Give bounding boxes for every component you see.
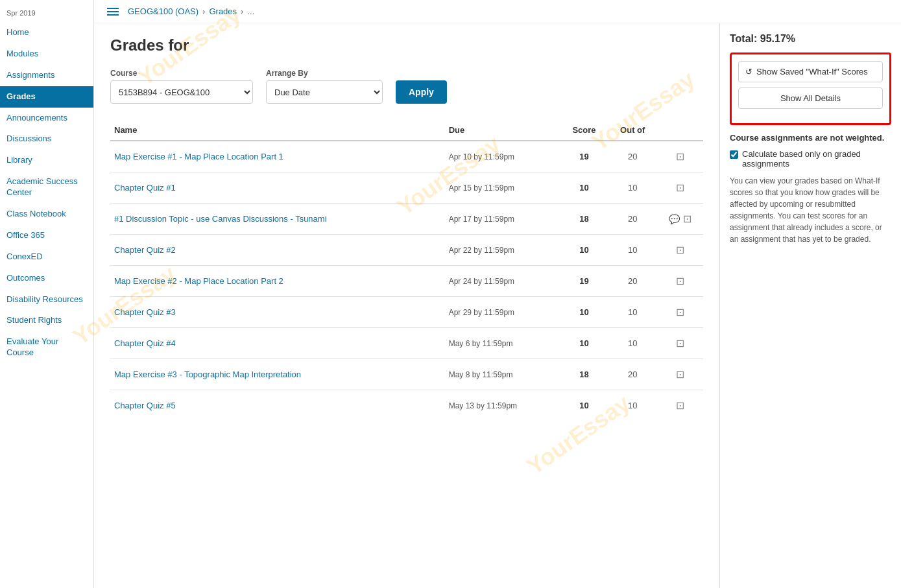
what-if-row-icon[interactable]: ⊡ xyxy=(676,369,684,380)
breadcrumb-sep2: › xyxy=(241,6,243,16)
hamburger-icon[interactable] xyxy=(107,8,119,16)
score-value: 19 xyxy=(560,266,608,297)
apply-button[interactable]: Apply xyxy=(396,80,447,104)
outof-value: 10 xyxy=(608,297,657,328)
calculate-label[interactable]: Calculate based only on graded assignmen… xyxy=(742,149,891,169)
col-header-name: Name xyxy=(110,120,445,141)
main-area: GEOG&100 (OAS) › Grades › ... Grades for… xyxy=(94,0,901,588)
sidebar-item-academic-success-center[interactable]: Academic Success Center xyxy=(0,171,93,204)
col-header-score: Score xyxy=(560,120,608,141)
sidebar-item-conexed[interactable]: ConexED xyxy=(0,246,93,268)
semester-label: Spr 2019 xyxy=(0,6,93,22)
due-date: Apr 29 by 11:59pm xyxy=(445,297,560,328)
score-value: 10 xyxy=(560,172,608,204)
sidebar-item-disability-resources[interactable]: Disability Resources xyxy=(0,289,93,311)
sidebar-item-outcomes[interactable]: Outcomes xyxy=(0,268,93,289)
total-score: Total: 95.17% xyxy=(730,33,891,45)
breadcrumb: GEOG&100 (OAS) › Grades › ... xyxy=(94,0,901,23)
outof-value: 20 xyxy=(608,204,657,235)
score-value: 10 xyxy=(560,297,608,328)
col-header-due: Due xyxy=(445,120,560,141)
assignment-link[interactable]: Chapter Quiz #3 xyxy=(114,307,176,317)
what-if-row-icon[interactable]: ⊡ xyxy=(676,244,684,255)
grades-main: Grades for Course 5153B894 - GEOG&100 Ar… xyxy=(94,23,719,588)
content-area: Grades for Course 5153B894 - GEOG&100 Ar… xyxy=(94,23,901,588)
breadcrumb-course-link[interactable]: GEOG&100 (OAS) xyxy=(128,6,198,16)
arrange-label: Arrange By xyxy=(266,69,383,78)
what-if-row-icon[interactable]: ⊡ xyxy=(676,182,684,193)
calculate-checkbox[interactable] xyxy=(730,150,738,159)
show-details-button[interactable]: Show All Details xyxy=(738,88,883,109)
assignment-link[interactable]: Chapter Quiz #1 xyxy=(114,183,176,193)
what-if-row-icon[interactable]: ⊡ xyxy=(676,276,684,287)
calculate-checkbox-row: Calculate based only on graded assignmen… xyxy=(730,149,891,169)
grades-table: Name Due Score Out of Map Exercise #1 - … xyxy=(110,120,703,421)
table-row: #1 Discussion Topic - use Canvas Discuss… xyxy=(110,204,703,235)
assignment-link[interactable]: Map Exercise #3 - Topographic Map Interp… xyxy=(114,370,301,379)
table-row: Map Exercise #1 - Map Place Location Par… xyxy=(110,141,703,172)
filter-row: Course 5153B894 - GEOG&100 Arrange By Du… xyxy=(110,67,703,104)
sidebar-item-office-365[interactable]: Office 365 xyxy=(0,225,93,246)
sidebar-item-student-rights[interactable]: Student Rights xyxy=(0,310,93,331)
assignment-link[interactable]: #1 Discussion Topic - use Canvas Discuss… xyxy=(114,214,327,224)
sidebar-item-evaluate-your-course[interactable]: Evaluate Your Course xyxy=(0,331,93,364)
breadcrumb-sep1: › xyxy=(202,6,205,16)
outof-value: 10 xyxy=(608,235,657,266)
course-label: Course xyxy=(110,69,253,78)
table-row: Chapter Quiz #5May 13 by 11:59pm1010⊡ xyxy=(110,390,703,421)
arrange-select[interactable]: Due Date Assignment Title Assignment Gro… xyxy=(266,80,383,104)
comment-icon[interactable]: 💬 xyxy=(669,214,680,224)
course-filter-group: Course 5153B894 - GEOG&100 xyxy=(110,69,253,104)
page-title: Grades for xyxy=(110,36,703,54)
breadcrumb-dots: ... xyxy=(247,6,254,16)
sidebar-item-assignments[interactable]: Assignments xyxy=(0,65,93,86)
course-select[interactable]: 5153B894 - GEOG&100 xyxy=(110,80,253,104)
sidebar-item-class-notebook[interactable]: Class Notebook xyxy=(0,204,93,225)
due-date: Apr 22 by 11:59pm xyxy=(445,235,560,266)
assignment-link[interactable]: Chapter Quiz #5 xyxy=(114,401,176,410)
sidebar: Spr 2019 HomeModulesAssignmentsGradesAnn… xyxy=(0,0,94,588)
due-date: Apr 24 by 11:59pm xyxy=(445,266,560,297)
sidebar-item-modules[interactable]: Modules xyxy=(0,43,93,65)
outof-value: 10 xyxy=(608,172,657,204)
assignment-link[interactable]: Chapter Quiz #2 xyxy=(114,245,176,255)
score-value: 19 xyxy=(560,141,608,172)
assignment-link[interactable]: Chapter Quiz #4 xyxy=(114,338,176,348)
score-value: 10 xyxy=(560,390,608,421)
outof-value: 10 xyxy=(608,328,657,359)
what-if-row-icon[interactable]: ⊡ xyxy=(676,338,684,349)
table-row: Chapter Quiz #4May 6 by 11:59pm1010⊡ xyxy=(110,328,703,359)
sidebar-item-announcements[interactable]: Announcements xyxy=(0,108,93,129)
due-date: May 8 by 11:59pm xyxy=(445,359,560,390)
due-date: Apr 15 by 11:59pm xyxy=(445,172,560,204)
col-header-icon xyxy=(657,120,703,141)
breadcrumb-grades-link[interactable]: Grades xyxy=(209,6,237,16)
highlight-box: ↺ Show Saved "What-If" Scores Show All D… xyxy=(730,53,891,125)
what-if-button[interactable]: ↺ Show Saved "What-If" Scores xyxy=(738,61,883,82)
refresh-icon: ↺ xyxy=(745,67,752,76)
table-row: Map Exercise #2 - Map Place Location Par… xyxy=(110,266,703,297)
table-row: Chapter Quiz #2Apr 22 by 11:59pm1010⊡ xyxy=(110,235,703,266)
what-if-row-icon[interactable]: ⊡ xyxy=(676,151,684,162)
sidebar-item-grades[interactable]: Grades xyxy=(0,86,93,108)
table-row: Chapter Quiz #3Apr 29 by 11:59pm1010⊡ xyxy=(110,297,703,328)
assignment-link[interactable]: Map Exercise #1 - Map Place Location Par… xyxy=(114,152,283,161)
what-if-row-icon[interactable]: ⊡ xyxy=(676,400,684,411)
what-if-row-icon[interactable]: ⊡ xyxy=(683,213,691,224)
sidebar-item-library[interactable]: Library xyxy=(0,150,93,171)
due-date: May 6 by 11:59pm xyxy=(445,328,560,359)
right-panel: Total: 95.17% ↺ Show Saved "What-If" Sco… xyxy=(719,23,901,588)
sidebar-item-home[interactable]: Home xyxy=(0,22,93,43)
what-if-row-icon[interactable]: ⊡ xyxy=(676,307,684,318)
score-value: 10 xyxy=(560,235,608,266)
score-value: 10 xyxy=(560,328,608,359)
what-if-description: You can view your grades based on What-I… xyxy=(730,175,891,245)
assignment-link[interactable]: Map Exercise #2 - Map Place Location Par… xyxy=(114,276,283,286)
arrange-filter-group: Arrange By Due Date Assignment Title Ass… xyxy=(266,69,383,104)
table-row: Chapter Quiz #1Apr 15 by 11:59pm1010⊡ xyxy=(110,172,703,204)
outof-value: 20 xyxy=(608,141,657,172)
outof-value: 10 xyxy=(608,390,657,421)
due-date: Apr 17 by 11:59pm xyxy=(445,204,560,235)
sidebar-item-discussions[interactable]: Discussions xyxy=(0,128,93,150)
due-date: Apr 10 by 11:59pm xyxy=(445,141,560,172)
